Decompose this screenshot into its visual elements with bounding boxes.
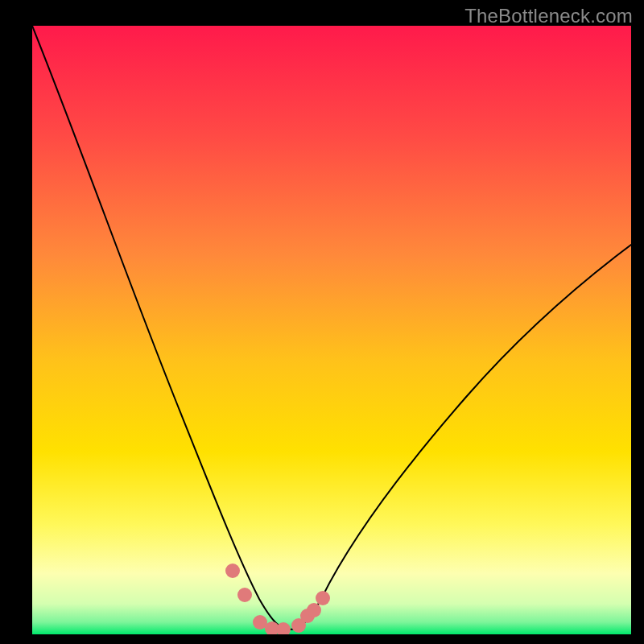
marker-dot [225,564,240,578]
marker-dot [307,603,321,617]
chart-frame: TheBottleneck.com [0,0,644,644]
chart-svg [32,26,631,634]
plot-area [32,26,631,634]
marker-dot [237,588,252,602]
gradient-background [32,26,631,634]
watermark-text: TheBottleneck.com [464,5,633,27]
marker-dot [316,591,330,605]
